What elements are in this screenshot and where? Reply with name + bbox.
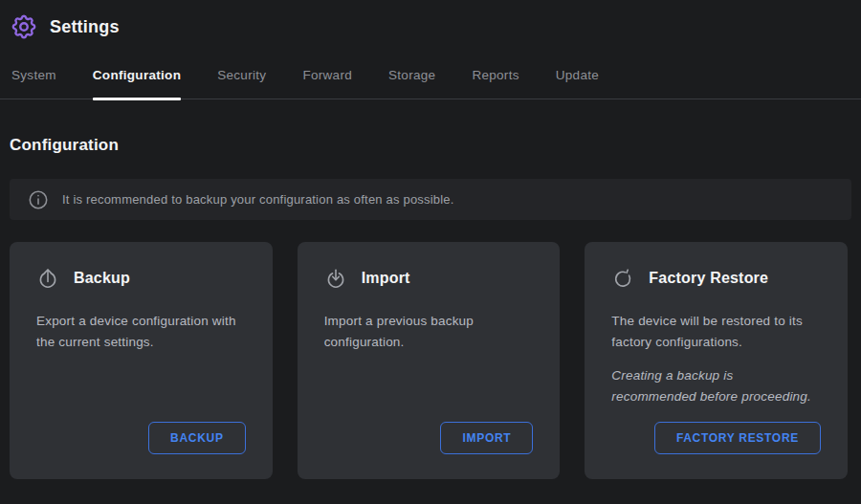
factory-restore-card-header: Factory Restore (611, 267, 821, 290)
card-grid: Backup Export a device configuration wit… (10, 242, 848, 479)
download-icon (324, 267, 347, 290)
backup-card-header: Backup (36, 267, 246, 290)
import-card: Import Import a previous backup configur… (298, 242, 561, 479)
backup-card-title: Backup (74, 270, 130, 287)
import-card-header: Import (324, 267, 534, 290)
app-title: Settings (50, 17, 120, 37)
settings-page: Settings System Configuration Security F… (0, 0, 861, 504)
factory-restore-card-description: The device will be restored to its facto… (611, 311, 821, 353)
header: Settings (0, 0, 861, 50)
tab-storage[interactable]: Storage (388, 68, 435, 99)
upload-icon (36, 267, 59, 290)
tab-forward[interactable]: Forward (302, 68, 352, 99)
import-card-description: Import a previous backup configuration. (324, 311, 534, 353)
factory-restore-card-note: Creating a backup is recommended before … (611, 365, 821, 407)
info-icon (28, 189, 49, 210)
info-banner: It is recommended to backup your configu… (10, 179, 851, 220)
backup-card-description: Export a device configuration with the c… (36, 311, 246, 353)
tab-update[interactable]: Update (556, 68, 599, 99)
factory-restore-card: Factory Restore The device will be resto… (585, 242, 848, 479)
backup-button[interactable]: BACKUP (148, 422, 246, 454)
page-title: Configuration (0, 99, 861, 155)
import-button[interactable]: IMPORT (440, 422, 533, 454)
tab-security[interactable]: Security (217, 68, 266, 99)
tab-configuration[interactable]: Configuration (93, 68, 181, 99)
restore-icon (611, 267, 634, 290)
factory-restore-button[interactable]: FACTORY RESTORE (654, 422, 821, 454)
gear-icon (10, 12, 38, 41)
tab-bar: System Configuration Security Forward St… (0, 50, 861, 99)
backup-card: Backup Export a device configuration wit… (10, 242, 273, 479)
tab-system[interactable]: System (11, 68, 56, 99)
tab-reports[interactable]: Reports (472, 68, 519, 99)
factory-restore-card-title: Factory Restore (649, 270, 768, 287)
banner-text: It is recommended to backup your configu… (62, 192, 454, 207)
import-card-title: Import (362, 270, 410, 287)
